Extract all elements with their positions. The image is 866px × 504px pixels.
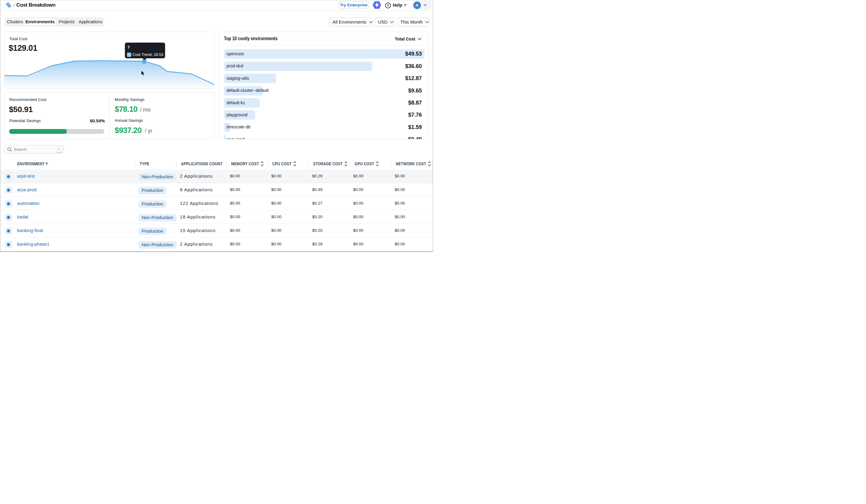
svg-text:?: ? [387,4,389,7]
